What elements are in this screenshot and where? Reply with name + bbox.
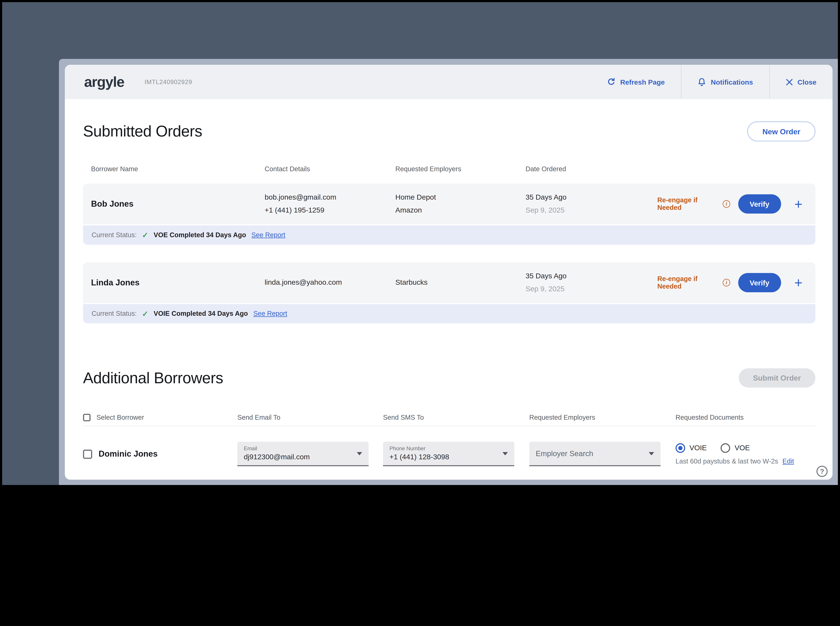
expand-plus-icon[interactable]: + [794,197,802,211]
col-requested-employers: Requested Employers [529,414,676,421]
requested-documents-cell: VOIE VOE Last 60d paystubs & last two W-… [675,443,815,465]
argyle-modal: argyle IMTL240902929 Refresh Page [65,65,833,480]
refresh-icon [607,78,615,86]
additional-borrowers-title: Additional Borrowers [83,369,223,387]
borrower-name: Dominic Jones [99,449,158,459]
see-report-link[interactable]: See Report [253,310,287,318]
radio-voe[interactable]: VOE [721,443,750,452]
brand-wrap: argyle IMTL240902929 [65,65,192,99]
select-borrower-checkbox[interactable] [83,449,92,459]
requested-employers: Home Depot Amazon [395,191,526,217]
col-send-sms-to: Send SMS To [383,414,529,421]
requested-employers: Starbucks [395,276,526,289]
col-date-ordered: Date Ordered [526,165,657,173]
info-icon: i [723,200,730,208]
verify-button[interactable]: Verify [738,273,781,292]
screen: argyle IMTL240902929 Refresh Page [0,0,840,487]
argyle-logo: argyle [84,74,124,90]
info-icon: i [723,279,730,286]
expand-plus-icon[interactable]: + [794,275,802,290]
radio-unselected-icon [721,443,730,452]
chevron-down-icon [502,452,508,455]
radio-voie[interactable]: VOIE [675,443,707,452]
refresh-page-label: Refresh Page [620,78,665,86]
submitted-orders-title: Submitted Orders [83,122,202,140]
borrower-name: Bob Jones [91,199,265,209]
new-order-button[interactable]: New Order [747,122,815,141]
employer-search-select[interactable]: Employer Search [529,442,661,466]
contact-details: bob.jones@gmail.com +1 (441) 195-1259 [265,191,395,217]
radio-selected-icon [675,443,685,452]
close-icon [786,78,793,85]
contact-details: linda.jones@yahoo.com [265,276,395,289]
bell-icon [697,77,706,86]
submit-order-button[interactable]: Submit Order [738,368,815,388]
status-bar: Current Status: ✓ VOIE Completed 34 Days… [83,304,815,323]
notifications-button[interactable]: Notifications [681,65,769,99]
refresh-page-button[interactable]: Refresh Page [591,65,681,99]
borrowers-table-header: Select Borrower Send Email To Send SMS T… [83,414,815,421]
check-icon: ✓ [142,309,148,318]
date-ordered: 35 Days Ago Sep 9, 2025 [526,270,657,296]
col-contact-details: Contact Details [265,165,395,173]
see-report-link[interactable]: See Report [251,231,286,239]
status-bar: Current Status: ✓ VOE Completed 34 Days … [83,225,815,244]
close-button[interactable]: Close [769,65,833,99]
col-requested-employers: Requested Employers [395,165,526,173]
phone-select[interactable]: Phone Number +1 (441) 128-3098 [383,442,514,466]
check-icon: ✓ [142,231,148,239]
order-block: Bob Jones bob.jones@gmail.com +1 (441) 1… [83,184,815,245]
row-actions: Re-engage if Needed i Verify + [657,194,815,214]
edit-docs-link[interactable]: Edit [782,457,794,465]
docs-summary: Last 60d paystubs & last two W-2sEdit [675,457,815,465]
order-id: IMTL240902929 [144,79,192,85]
notifications-label: Notifications [711,78,753,86]
header-actions: Refresh Page Notifications [591,65,832,99]
close-label: Close [798,78,816,86]
reengage-note: Re-engage if Needed i [657,275,730,290]
email-select[interactable]: Email dj912300@mail.com [237,442,369,466]
help-icon[interactable]: ? [816,466,828,477]
col-select-borrower: Select Borrower [96,414,144,421]
row-actions: Re-engage if Needed i Verify + [657,273,815,292]
modal-body: Submitted Orders New Order Borrower Name… [65,122,833,466]
chevron-down-icon [649,452,654,455]
reengage-note: Re-engage if Needed i [657,196,730,211]
col-send-email-to: Send Email To [237,414,383,421]
verify-button[interactable]: Verify [738,194,781,214]
table-row: Bob Jones bob.jones@gmail.com +1 (441) 1… [83,184,815,224]
col-borrower-name: Borrower Name [91,165,265,173]
chevron-down-icon [357,452,362,455]
col-requested-documents: Requested Documents [675,414,815,421]
modal-header: argyle IMTL240902929 Refresh Page [65,65,833,99]
borrower-name: Linda Jones [91,278,265,287]
order-block: Linda Jones linda.jones@yahoo.com Starbu… [83,262,815,324]
orders-table-header: Borrower Name Contact Details Requested … [83,165,815,173]
table-row: Linda Jones linda.jones@yahoo.com Starbu… [83,262,815,303]
table-divider [83,426,815,426]
select-all-checkbox[interactable] [83,414,91,421]
borrower-row: Dominic Jones Email dj912300@mail.com Ph… [83,442,815,466]
date-ordered: 35 Days Ago Sep 9, 2025 [526,191,657,217]
